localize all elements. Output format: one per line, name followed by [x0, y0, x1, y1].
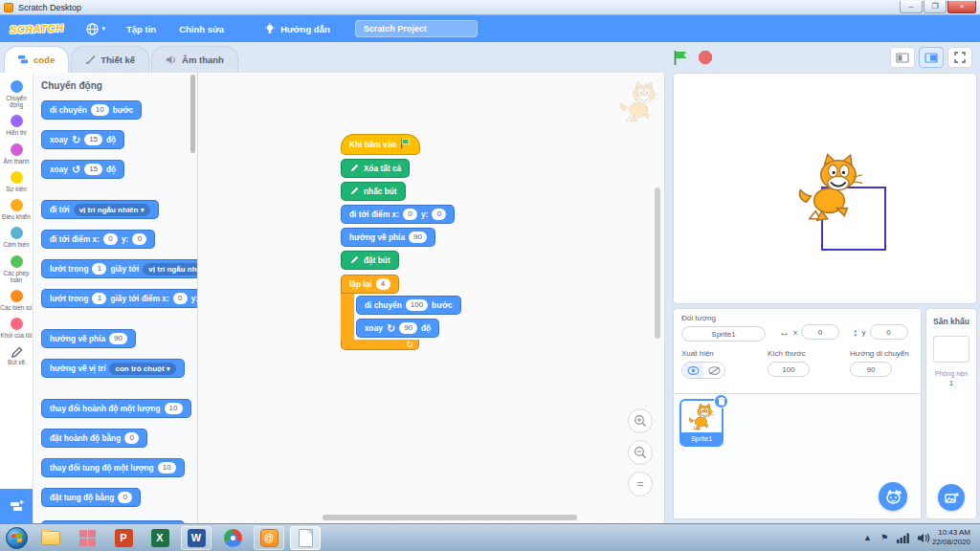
block-number-input[interactable]: 1 [92, 263, 106, 275]
block-number-input[interactable]: 100 [406, 299, 428, 311]
tab-costumes[interactable]: Thiết kế [71, 46, 149, 73]
point-towards-block[interactable]: hướng về vị trícon trỏ chuột ▾ [41, 359, 185, 378]
language-menu[interactable]: ▾ [77, 15, 115, 42]
minimize-button[interactable]: – [900, 1, 923, 13]
add-extension-button[interactable] [0, 489, 33, 523]
menu-file[interactable]: Tập tin [115, 15, 167, 42]
set-x-block[interactable]: đặt hoành độ bằng0 [41, 429, 147, 448]
taskbar-word[interactable]: W [181, 526, 212, 550]
point-direction-block[interactable]: hướng về phía90 [341, 228, 435, 247]
show-sprite-button[interactable] [682, 363, 703, 378]
goto-xy-block[interactable]: đi tới điểm x:0y:0 [341, 205, 455, 224]
taskbar-explorer[interactable] [35, 526, 66, 550]
add-sprite-button[interactable] [879, 482, 907, 511]
block-number-input[interactable]: 0 [118, 492, 132, 503]
green-flag-button[interactable] [673, 50, 689, 66]
taskbar-chrome[interactable] [217, 526, 248, 550]
taskbar-utility-app[interactable] [72, 526, 102, 550]
zoom-in-button[interactable] [628, 408, 653, 433]
category-myblocks[interactable]: Khối của tôi [0, 318, 33, 339]
point-direction-block[interactable]: hướng về phía90 [41, 329, 136, 348]
stage[interactable] [673, 73, 977, 304]
block-dropdown[interactable]: vị trí ngẫu nhiên ▾ [74, 204, 150, 216]
network-icon[interactable] [897, 533, 909, 543]
pen-up-block[interactable]: nhấc bút [341, 182, 406, 201]
category-sensing[interactable]: Cảm biến [0, 227, 33, 248]
repeat-block-header[interactable]: lặp lại4 [341, 275, 399, 294]
goto-block[interactable]: đi tớivị trí ngẫu nhiên ▾ [41, 200, 159, 219]
repeat-block[interactable]: lặp lại4di chuyển100bướcxoay↻90độ↻ [341, 274, 461, 350]
category-events[interactable]: Sự kiện [0, 171, 33, 192]
block-number-input[interactable]: 0 [173, 293, 188, 304]
stop-button[interactable] [699, 51, 712, 64]
sprite-x-input[interactable]: 0 [801, 324, 839, 340]
hide-sprite-button[interactable] [703, 363, 724, 378]
size-input[interactable]: 100 [768, 362, 810, 377]
category-pen[interactable]: Bút vẽ [0, 346, 33, 365]
cat-sprite[interactable] [794, 152, 867, 225]
goto-xy-block[interactable]: đi tới điểm x:0y:0 [41, 230, 155, 249]
category-looks[interactable]: Hiển thị [0, 115, 33, 136]
block-number-input[interactable]: 10 [158, 462, 176, 474]
block-number-input[interactable]: 0 [103, 233, 118, 245]
volume-icon[interactable] [918, 533, 930, 543]
category-operators[interactable]: Các phép toán [0, 255, 33, 283]
category-sound[interactable]: Âm thanh [0, 143, 33, 165]
category-motion[interactable]: Chuyển động [0, 80, 33, 108]
sprite-y-input[interactable]: 0 [870, 324, 908, 340]
block-number-input[interactable]: 0 [403, 209, 417, 220]
action-center-flag-icon[interactable]: ⚑ [880, 533, 888, 542]
zoom-reset-button[interactable]: = [628, 472, 653, 496]
script-canvas[interactable]: Khi bấm vàoXóa tất cảnhấc bútđi tới điểm… [198, 73, 665, 523]
block-number-input[interactable]: 15 [84, 134, 102, 145]
delete-sprite-button[interactable] [714, 394, 728, 408]
menu-edit[interactable]: Chỉnh sửa [167, 15, 235, 42]
block-number-input[interactable]: 90 [409, 231, 427, 243]
stage-selector[interactable]: Sân khấu Phông nền 1 [925, 308, 977, 519]
taskbar-orange-app[interactable]: @ [254, 526, 284, 550]
block-number-input[interactable]: 90 [399, 322, 417, 334]
pen-down-block[interactable]: đặt bút [341, 251, 399, 270]
block-number-input[interactable]: 0 [124, 432, 139, 444]
block-number-input[interactable]: 0 [432, 209, 446, 220]
block-number-input[interactable]: 90 [109, 333, 127, 344]
move-steps-block[interactable]: di chuyển10bước [41, 100, 142, 120]
small-stage-button[interactable] [890, 47, 915, 68]
turn-cw-block[interactable]: xoay↻90độ [356, 319, 439, 338]
canvas-horizontal-scrollbar[interactable] [323, 515, 577, 520]
fullscreen-button[interactable] [947, 47, 972, 68]
normal-stage-button[interactable] [919, 47, 944, 68]
block-number-input[interactable]: 15 [84, 164, 102, 175]
block-number-input[interactable]: 1 [92, 293, 106, 304]
zoom-out-button[interactable] [628, 440, 653, 465]
tab-code[interactable]: code [4, 46, 69, 73]
restore-button[interactable]: ❐ [924, 1, 947, 13]
glide-xy-block[interactable]: lướt trong1giây tới điểm x:0y:0 [41, 289, 198, 308]
glide-block[interactable]: lướt trong1giây tớivị trí ngẫu nhiên ▾ [41, 259, 198, 278]
canvas-vertical-scrollbar[interactable] [655, 187, 660, 339]
hidden-icons-button[interactable]: ▲ [863, 533, 872, 542]
start-button[interactable] [6, 527, 28, 549]
block-number-input[interactable]: 10 [91, 104, 109, 116]
direction-input[interactable]: 90 [850, 362, 892, 377]
tab-sounds[interactable]: Âm thanh [151, 46, 238, 73]
block-dropdown[interactable]: con trỏ chuột ▾ [109, 363, 175, 375]
category-control[interactable]: Điều khiển [0, 199, 33, 220]
move-steps-block[interactable]: di chuyển100bước [356, 296, 461, 315]
menu-tutorials[interactable]: Hướng dẫn [253, 15, 342, 42]
close-button[interactable]: × [947, 1, 976, 13]
taskbar-clock[interactable]: 10:43 AM 22/08/2020 [932, 528, 970, 548]
block-number-input[interactable]: 10 [165, 403, 183, 414]
sprite-card-sprite1[interactable]: Sprite1 [679, 399, 724, 447]
change-x-block[interactable]: thay đổi hoành độ một lượng10 [41, 399, 191, 418]
set-y-block[interactable]: đặt tung độ bằng0 [41, 488, 141, 507]
block-dropdown[interactable]: vị trí ngẫu nhiên ▾ [143, 263, 198, 276]
project-name-input[interactable]: Scratch Project [355, 20, 478, 37]
category-variables[interactable]: Các biến số [0, 290, 33, 311]
turn-ccw-block[interactable]: xoay↺15độ [41, 160, 124, 179]
taskbar-active-app[interactable] [290, 526, 321, 550]
erase-all-block[interactable]: Xóa tất cả [341, 159, 410, 178]
taskbar-powerpoint[interactable]: P [108, 526, 139, 550]
taskbar-excel[interactable]: X [145, 526, 175, 550]
block-number-input[interactable]: 4 [376, 278, 390, 290]
